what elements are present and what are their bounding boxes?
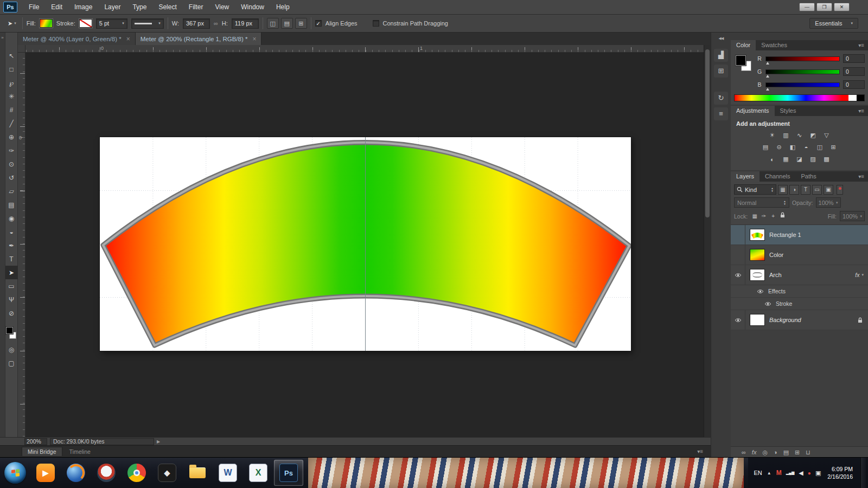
arch-gradient-shape[interactable] (100, 137, 631, 351)
tool-preset-picker[interactable]: ➤ ▾ (5, 20, 18, 28)
adjustment-black-white-icon[interactable]: ◧ (787, 143, 799, 152)
bottom-tab-timeline[interactable]: Timeline (63, 447, 97, 456)
adjustment-vibrance-icon[interactable]: ▽ (821, 131, 832, 140)
lock-position-icon[interactable]: + (769, 212, 777, 220)
layers-tab-layers[interactable]: Layers (731, 171, 760, 182)
action-center-tray-icon[interactable]: ▣ (815, 470, 821, 476)
menu-select[interactable]: Select (152, 0, 182, 14)
move-tool[interactable]: ↖ (5, 49, 18, 62)
adjustment-posterize-icon[interactable]: ▦ (780, 155, 792, 164)
bottom-panel-menu-icon[interactable]: ▾≡ (697, 448, 703, 454)
channel-value-field[interactable]: 0 (843, 80, 865, 89)
lock-all-icon[interactable] (778, 212, 786, 220)
dodge-tool[interactable]: ◒ (5, 225, 18, 239)
history-brush-tool[interactable]: ↺ (5, 171, 18, 184)
vertical-ruler[interactable]: 0 (18, 53, 25, 437)
alert-tray-icon[interactable]: ● (808, 470, 811, 476)
quick-selection-tool[interactable]: ✳ (5, 89, 18, 103)
filter-pixel-layers-icon[interactable]: ▦ (778, 185, 788, 195)
filter-smart-object-icon[interactable]: ▣ (824, 185, 833, 195)
layer-row-6[interactable]: Background (731, 310, 868, 330)
vertical-scrollbar[interactable] (704, 45, 711, 437)
document-size-readout[interactable]: Doc: 293.0K/0 bytes (50, 438, 154, 445)
document-tab-2[interactable]: Meter @ 200% (Rectangle 1, RGB/8) *× (136, 33, 262, 45)
visibility-toggle[interactable] (731, 310, 745, 330)
channel-slider[interactable] (765, 69, 840, 74)
restore-button[interactable]: ❐ (816, 3, 832, 11)
media-player-taskbar-icon[interactable]: ▶ (31, 460, 60, 486)
opacity-field[interactable]: 100% ▾ (816, 197, 841, 208)
pen-tool[interactable]: ✒ (5, 239, 18, 252)
layer-row-1[interactable]: Rectangle 1 (731, 225, 868, 245)
ruler-corner[interactable] (18, 45, 25, 53)
stroke-swatch[interactable] (79, 19, 92, 28)
constrain-path-dragging-checkbox[interactable] (373, 20, 379, 27)
tab-close-icon[interactable]: × (252, 35, 256, 43)
adjustment-photo-filter-icon[interactable]: ◓ (801, 143, 812, 152)
lasso-tool[interactable]: ℘ (5, 76, 18, 89)
layer-filter-kind-dropdown[interactable]: Kind ▲▼ (734, 184, 776, 195)
collapsed-panel-history-icon[interactable]: ↻ (714, 92, 728, 105)
adjustment-levels-icon[interactable]: ▥ (780, 131, 792, 140)
status-expander-icon[interactable]: ▶ (157, 439, 160, 444)
excel-taskbar-icon[interactable]: X (244, 460, 273, 486)
visibility-toggle[interactable] (731, 245, 745, 265)
adjustment-gradient-map-icon[interactable]: ▩ (821, 155, 832, 164)
chrome-taskbar-icon[interactable] (122, 460, 151, 486)
menu-view[interactable]: View (209, 0, 235, 14)
adjustment-threshold-icon[interactable]: ◪ (794, 155, 805, 164)
layer-filter-toggle[interactable] (837, 185, 843, 195)
unity-taskbar-icon[interactable]: ◆ (152, 460, 182, 486)
blend-mode-dropdown[interactable]: Normal ▲▼ (734, 197, 789, 208)
visibility-toggle[interactable] (757, 289, 764, 294)
link-layers-icon[interactable]: ∞ (742, 447, 746, 458)
zoom-level-field[interactable]: 200% (24, 438, 47, 445)
volume-tray-icon[interactable]: ◀ (799, 470, 803, 476)
collapsed-panel-properties-icon[interactable]: ≡ (714, 107, 728, 120)
bottom-tab-mini-bridge[interactable]: Mini Bridge (22, 447, 62, 456)
fill-amount-field[interactable]: 100% ▾ (840, 211, 865, 221)
filter-adjustment-layers-icon[interactable]: ◑ (789, 185, 799, 195)
layers-tab-paths[interactable]: Paths (796, 171, 822, 182)
menu-filter[interactable]: Filter (183, 0, 209, 14)
visibility-toggle[interactable] (731, 225, 745, 245)
collapsed-panel-histogram-icon[interactable]: ▟ (714, 49, 728, 62)
type-tool[interactable]: T (5, 252, 18, 266)
menu-image[interactable]: Image (68, 0, 98, 14)
lock-transparent-pixels-icon[interactable]: ▦ (751, 212, 758, 220)
panel-menu-icon[interactable]: ▾≡ (858, 108, 864, 114)
firefox-taskbar-icon[interactable] (61, 460, 91, 486)
color-tab-color[interactable]: Color (731, 40, 756, 50)
canvas-viewport[interactable] (25, 53, 704, 437)
collapse-dock-icon[interactable]: ◀◀ (711, 33, 731, 46)
minimize-button[interactable]: — (799, 3, 815, 11)
expand-dock-icon[interactable]: » (1, 35, 3, 40)
stroke-style-dropdown[interactable]: ▾ (131, 18, 164, 29)
fill-swatch[interactable] (40, 19, 53, 28)
clone-stamp-tool[interactable]: ⊙ (5, 157, 18, 171)
layer-thumbnail[interactable] (750, 249, 764, 260)
language-indicator[interactable]: EN (754, 470, 762, 476)
adjustment-hue-saturation-icon[interactable]: ▤ (760, 143, 771, 152)
path-arrange-icon[interactable]: ⊞ (295, 18, 307, 29)
path-selection-tool[interactable]: ➤ (5, 266, 18, 279)
layer-sub-row-4[interactable]: Effects (731, 285, 868, 298)
eyedropper-tool[interactable]: ╱ (5, 117, 18, 130)
menu-type[interactable]: Type (126, 0, 152, 14)
hand-tool[interactable]: Ψ (5, 293, 18, 306)
shape-height-input[interactable]: 119 px (232, 18, 259, 29)
adjustment-curves-icon[interactable]: ∿ (794, 131, 805, 140)
adjustment-channel-mixer-icon[interactable]: ◫ (814, 143, 826, 152)
channel-value-field[interactable]: 0 (843, 67, 865, 76)
align-edges-checkbox[interactable]: ✓ (315, 20, 322, 27)
horizontal-ruler[interactable]: 01 (25, 45, 704, 53)
delete-layer-icon[interactable]: ⊔ (806, 447, 810, 458)
collapsed-panel-navigator-icon[interactable]: ⊞ (714, 65, 728, 78)
blur-tool[interactable]: ◉ (5, 211, 18, 225)
gmail-tray-icon[interactable]: M (776, 469, 782, 477)
menu-window[interactable]: Window (235, 0, 270, 14)
menu-file[interactable]: File (23, 0, 45, 14)
new-adjustment-layer-icon[interactable]: ◑ (774, 447, 777, 458)
visibility-toggle[interactable] (731, 265, 745, 285)
adjustments-tab-adjustments[interactable]: Adjustments (731, 106, 775, 116)
